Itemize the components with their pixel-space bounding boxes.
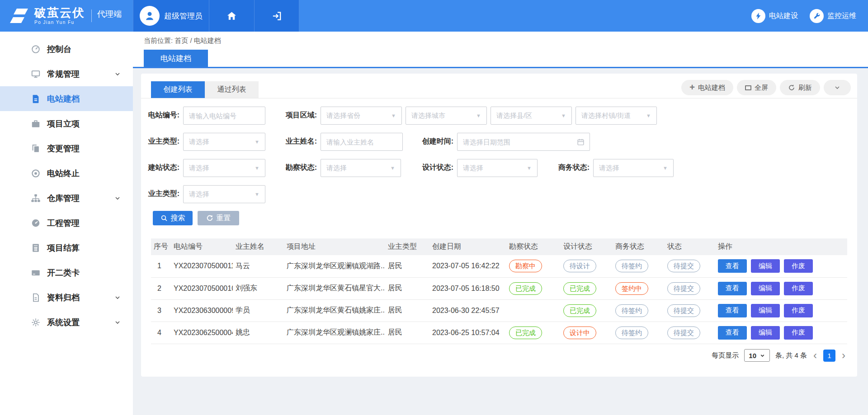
sidebar-item-change-mgmt[interactable]: 变更管理 bbox=[0, 136, 133, 161]
cell-address: 广东深圳龙华区观澜镇姚家庄... bbox=[284, 322, 385, 344]
cell-owner-name: 刘强东 bbox=[233, 277, 284, 299]
user-menu[interactable]: 超级管理员 bbox=[133, 0, 209, 32]
sidebar-item-label: 电站终止 bbox=[47, 168, 80, 179]
sidebar-item-engineering-mgmt[interactable]: 工程管理 bbox=[0, 210, 133, 235]
view-button[interactable]: 查看 bbox=[718, 304, 747, 317]
next-page-icon[interactable]: › bbox=[841, 350, 846, 361]
cell-address: 广东深圳龙华区黄石镇星官大... bbox=[284, 277, 385, 299]
calendar-icon[interactable] bbox=[577, 138, 585, 146]
cell-created-date: 2023-07-05 16:42:22 bbox=[429, 255, 506, 277]
county-select[interactable]: 请选择县/区 ▼ bbox=[491, 107, 572, 125]
view-button[interactable]: 查看 bbox=[718, 282, 747, 295]
column-header: 状态 bbox=[665, 238, 715, 255]
status-badge: 待签约 bbox=[615, 260, 648, 272]
sidebar-item-system-settings[interactable]: 系统设置 bbox=[0, 310, 133, 335]
sidebar-item-open-type2-card[interactable]: 开二类卡 bbox=[0, 260, 133, 285]
total-count-label: 条, 共 4 条 bbox=[775, 351, 807, 360]
void-button[interactable]: 作废 bbox=[784, 282, 813, 295]
create-station-button[interactable]: + 电站建档 bbox=[681, 80, 733, 95]
search-button[interactable]: 搜索 bbox=[153, 211, 193, 225]
view-button[interactable]: 查看 bbox=[718, 259, 747, 273]
province-select[interactable]: 请选择省份 ▼ bbox=[321, 107, 402, 125]
sidebar-item-label: 系统设置 bbox=[47, 317, 80, 328]
refresh-button[interactable]: 刷新 bbox=[780, 80, 820, 95]
sidebar-item-project-settlement[interactable]: 项目结算 bbox=[0, 235, 133, 260]
sidebar-item-label: 常规管理 bbox=[47, 69, 80, 79]
lightning-icon bbox=[751, 9, 765, 23]
brand-text: 破茧云伏 Po Jian Yun Fu bbox=[34, 7, 85, 25]
create-time-label: 创建时间: bbox=[417, 137, 453, 146]
cell-index: 3 bbox=[151, 299, 171, 322]
county-placeholder: 请选择县/区 bbox=[496, 112, 532, 120]
status-badge: 已完成 bbox=[509, 326, 542, 339]
page-number[interactable]: 1 bbox=[823, 350, 835, 362]
reset-button[interactable]: 重置 bbox=[198, 211, 239, 225]
cell-survey-status: 勘察中 bbox=[506, 255, 561, 277]
edit-button[interactable]: 编辑 bbox=[751, 304, 780, 317]
edit-button[interactable]: 编辑 bbox=[751, 259, 780, 273]
tab-station-archive[interactable]: 电站建档 bbox=[144, 50, 208, 67]
sidebar: 控制台 常规管理 电站建档 项目立项 bbox=[0, 32, 133, 415]
collapse-toolbar-button[interactable] bbox=[824, 80, 851, 95]
owner-name-field bbox=[321, 133, 403, 151]
village-select[interactable]: 请选择村镇/街道 ▼ bbox=[576, 107, 657, 125]
survey-status-select[interactable]: 请选择 ▼ bbox=[321, 159, 401, 177]
cell-owner-name: 姚忠 bbox=[233, 322, 284, 344]
station-code-input[interactable] bbox=[184, 107, 265, 124]
plus-icon: + bbox=[689, 83, 695, 92]
edit-button[interactable]: 编辑 bbox=[751, 282, 780, 295]
tab-passed-list[interactable]: 通过列表 bbox=[205, 81, 259, 98]
cell-index: 2 bbox=[151, 277, 171, 299]
view-button[interactable]: 查看 bbox=[718, 326, 747, 340]
cell-created-date: 2023-06-30 22:45:57 bbox=[429, 299, 506, 322]
fullscreen-button[interactable]: 全屏 bbox=[737, 80, 776, 95]
nav-station-build[interactable]: 电站建设 bbox=[751, 9, 798, 23]
table-row: 3YX2023063000009学员广东深圳龙华区黄石镇姚家庄...居民2023… bbox=[151, 299, 847, 322]
home-button[interactable] bbox=[209, 0, 254, 32]
main-content: 当前位置: 首页 / 电站建档 电站建档 创建列表 通过列表 + 电站建档 全屏 bbox=[133, 32, 868, 415]
design-status-select[interactable]: 请选择 ▼ bbox=[457, 159, 538, 177]
sidebar-item-general-mgmt[interactable]: 常规管理 bbox=[0, 61, 133, 86]
edit-button[interactable]: 编辑 bbox=[751, 326, 780, 340]
station-table-wrap: 序号电站编号业主姓名项目地址业主类型创建日期勘察状态设计状态商务状态状态操作 1… bbox=[151, 238, 847, 344]
void-button[interactable]: 作废 bbox=[784, 326, 813, 340]
status-badge: 已完成 bbox=[509, 282, 542, 295]
build-status-select[interactable]: 请选择 ▼ bbox=[183, 159, 265, 177]
void-button[interactable]: 作废 bbox=[784, 259, 813, 273]
date-range-input[interactable] bbox=[458, 133, 590, 150]
filter-row-1: 电站编号: 项目区域: 请选择省份 ▼ 请选择城市 ▼ 请选择县/区 ▼ bbox=[141, 107, 857, 125]
owner-type-select[interactable]: 请选择 ▼ bbox=[183, 133, 265, 151]
owner-type2-select[interactable]: 请选择 ▼ bbox=[183, 185, 265, 203]
void-button[interactable]: 作废 bbox=[784, 304, 813, 317]
cell-station-code: YX2023070500011 bbox=[171, 255, 233, 277]
sidebar-item-project-initiation[interactable]: 项目立项 bbox=[0, 111, 133, 136]
cell-survey-status: 已完成 bbox=[506, 277, 561, 299]
status-badge: 待提交 bbox=[667, 282, 700, 295]
city-select[interactable]: 请选择城市 ▼ bbox=[406, 107, 487, 125]
status-badge: 已完成 bbox=[563, 304, 596, 317]
sidebar-item-station-archive[interactable]: 电站建档 bbox=[0, 86, 133, 111]
content-background: 创建列表 通过列表 + 电站建档 全屏 bbox=[133, 68, 868, 414]
cell-owner-type: 居民 bbox=[385, 277, 429, 299]
sidebar-item-warehouse-mgmt[interactable]: 仓库管理 bbox=[0, 186, 133, 210]
prev-page-icon[interactable]: ‹ bbox=[812, 350, 818, 361]
portal-label: 代理端 bbox=[97, 9, 122, 23]
nav-monitor-ops[interactable]: 监控运维 bbox=[810, 9, 856, 23]
owner-name-input[interactable] bbox=[321, 133, 402, 150]
sidebar-item-dashboard[interactable]: 控制台 bbox=[0, 37, 133, 61]
status-badge: 设计中 bbox=[563, 326, 596, 339]
brand-subtitle: Po Jian Yun Fu bbox=[34, 20, 85, 25]
chevron-down-icon bbox=[114, 70, 121, 78]
cell-owner-type: 居民 bbox=[385, 255, 429, 277]
toolbar: + 电站建档 全屏 刷新 bbox=[681, 80, 851, 98]
sidebar-item-label: 开二类卡 bbox=[47, 267, 80, 278]
select-caret-icon: ▼ bbox=[391, 113, 396, 118]
logout-button[interactable] bbox=[254, 0, 299, 32]
sidebar-item-data-archive[interactable]: 资料归档 bbox=[0, 285, 133, 310]
per-page-select[interactable]: 10 bbox=[744, 349, 770, 362]
cell-survey-status: 已完成 bbox=[506, 322, 561, 344]
cell-business-status: 待签约 bbox=[613, 322, 665, 344]
tab-create-list[interactable]: 创建列表 bbox=[151, 81, 205, 98]
sidebar-item-station-terminate[interactable]: 电站终止 bbox=[0, 161, 133, 186]
business-status-select[interactable]: 请选择 ▼ bbox=[593, 159, 674, 177]
